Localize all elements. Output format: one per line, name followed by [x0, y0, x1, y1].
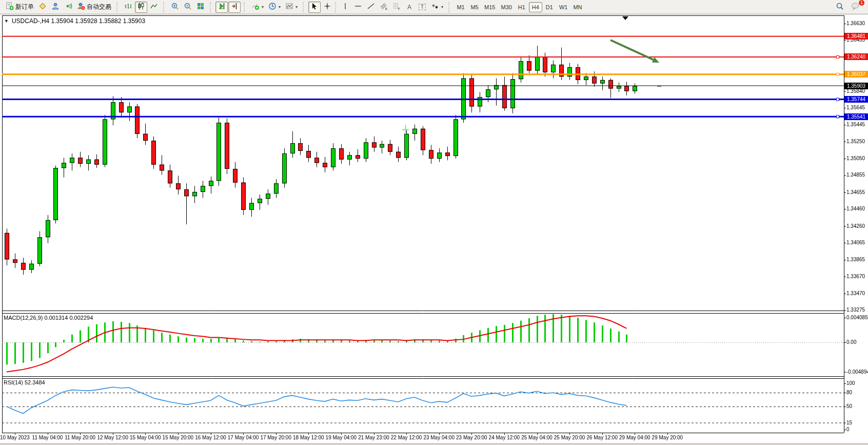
time-axis-label: 17 May 20:00 [260, 435, 291, 440]
price-level-badge: 1.35903 [844, 83, 868, 89]
search-button[interactable] [834, 2, 846, 13]
timeframe-button-W1[interactable]: W1 [557, 2, 570, 12]
trade-group: 新订单 自动交易 [2, 2, 115, 13]
price-axis-label: 1.33865 [846, 257, 865, 262]
toolbar-separator [303, 2, 305, 12]
timeframe-button-M30[interactable]: M30 [498, 2, 514, 12]
text-label-button[interactable]: T [416, 2, 428, 13]
candlestick-chart-icon [137, 2, 145, 12]
time-axis-label: 18 May 12:00 [293, 435, 324, 440]
timeframe-button-MN[interactable]: MN [570, 2, 584, 12]
zoom-out-icon [184, 2, 192, 12]
metaeditor-button[interactable] [36, 2, 49, 13]
timeframe-button-M5[interactable]: M5 [468, 2, 481, 12]
auto-trading-icon [77, 2, 85, 12]
price-level-badge: 1.35541 [844, 113, 868, 120]
timeframe-button-H4[interactable]: H4 [529, 2, 542, 12]
rsi-axis-label: 0 [846, 427, 850, 432]
fibonacci-icon: F [392, 2, 401, 12]
fibonacci-button[interactable]: F [390, 2, 403, 13]
crosshair-button[interactable] [321, 2, 333, 13]
price-axis-label: 1.34065 [846, 240, 865, 245]
rsi-axis-label: 50 [846, 403, 852, 409]
toolbar-separator [210, 2, 212, 12]
indicators-button[interactable]: ▾ [249, 2, 266, 13]
chevron-down-icon: ▾ [441, 5, 443, 9]
timeframe-button-H1[interactable]: H1 [515, 2, 528, 12]
time-axis-label: 12 May 12:00 [97, 435, 128, 440]
timeframe-button-D1[interactable]: D1 [543, 2, 556, 12]
notifications-button[interactable]: 1 [849, 2, 862, 13]
zoom-in-icon [171, 2, 179, 12]
price-chart-canvas[interactable] [0, 14, 868, 445]
auto-trading-label: 自动交易 [87, 3, 111, 11]
candlestick-chart-button[interactable] [135, 2, 147, 13]
time-axis-label: 29 May 20:00 [652, 435, 683, 440]
text-button[interactable]: A [403, 2, 416, 13]
price-axis-label: 1.35050 [846, 156, 865, 161]
time-axis-label: 26 May 12:00 [586, 435, 618, 440]
timeframe-button-M15[interactable]: M15 [482, 2, 498, 12]
one-click-trading-toggle[interactable]: ▼ [4, 18, 9, 24]
chart-shift-button[interactable] [228, 2, 241, 13]
macd-axis-label: -0.004894 [846, 369, 868, 375]
time-axis-label: 23 May 04:00 [423, 435, 455, 440]
toolbar-separator [163, 2, 166, 12]
time-axis-label: 11 May 20:00 [65, 435, 95, 440]
trendline-button[interactable] [365, 2, 377, 13]
alerts-icon [64, 2, 72, 12]
arrows-button[interactable]: ▾ [429, 2, 445, 13]
time-axis-label: 17 May 04:00 [228, 435, 259, 440]
line-chart-icon [150, 2, 158, 12]
templates-button[interactable]: ▾ [283, 2, 300, 13]
horizontal-line-button[interactable] [352, 2, 364, 13]
crosshair-icon [323, 2, 331, 12]
auto-scroll-button[interactable] [215, 2, 228, 13]
templates-icon [285, 2, 293, 12]
periods-button[interactable]: ▾ [266, 2, 283, 13]
chart-shift-icon [230, 2, 239, 12]
cursor-button[interactable] [308, 2, 321, 13]
alerts-button[interactable] [62, 2, 74, 13]
profile-button[interactable] [49, 2, 62, 13]
toolbar-separator [335, 2, 338, 12]
price-axis-label: 1.36630 [846, 21, 865, 26]
svg-text:F: F [398, 7, 400, 10]
price-axis-label: 1.33470 [846, 291, 865, 296]
auto-scroll-icon [218, 2, 226, 12]
timeframe-group: M1M5M15M30H1H4D1W1MN [452, 2, 586, 12]
time-axis-label: 11 May 04:00 [32, 435, 63, 440]
svg-text:E: E [385, 7, 387, 10]
bar-chart-button[interactable] [122, 2, 134, 13]
time-axis-label: 25 May 20:00 [554, 435, 585, 440]
zoom-out-button[interactable] [182, 2, 194, 13]
chevron-down-icon: ▾ [262, 5, 264, 9]
new-order-button[interactable]: 新订单 [4, 2, 36, 13]
time-axis-label: 19 May 04:00 [326, 435, 357, 440]
line-chart-button[interactable] [148, 2, 160, 13]
chevron-down-icon: ▾ [279, 5, 281, 9]
indicators-icon [251, 2, 260, 12]
auto-trading-button[interactable]: 自动交易 [75, 2, 113, 13]
equidistant-channel-button[interactable]: E [378, 2, 390, 13]
text-label-icon: T [419, 4, 426, 10]
zoom-in-button[interactable] [169, 2, 181, 13]
main-toolbar: 新订单 自动交易 ▾ ▾ ▾ E F [0, 0, 868, 14]
new-order-icon [6, 2, 14, 12]
time-axis-label: 15 May 20:00 [163, 435, 194, 440]
price-level-badge: 1.36240 [844, 53, 868, 60]
price-axis-label: 1.34460 [846, 206, 865, 211]
toolbar-right: 1 [834, 2, 866, 13]
time-axis-label: 23 May 20:00 [456, 435, 487, 440]
timeframe-button-M1[interactable]: M1 [454, 2, 467, 12]
tile-windows-icon [196, 2, 205, 12]
vertical-line-button[interactable] [339, 2, 351, 13]
price-axis-label: 1.34260 [846, 223, 865, 229]
price-axis-label: 1.33670 [846, 274, 865, 279]
text-icon: A [407, 4, 411, 11]
time-axis-label: 21 May 23:00 [358, 435, 389, 440]
tile-windows-button[interactable] [194, 2, 207, 13]
rsi-indicator-label: RSI(14) 52.3484 [4, 379, 45, 385]
bar-chart-icon [124, 2, 132, 12]
toolbar-separator [244, 2, 246, 12]
